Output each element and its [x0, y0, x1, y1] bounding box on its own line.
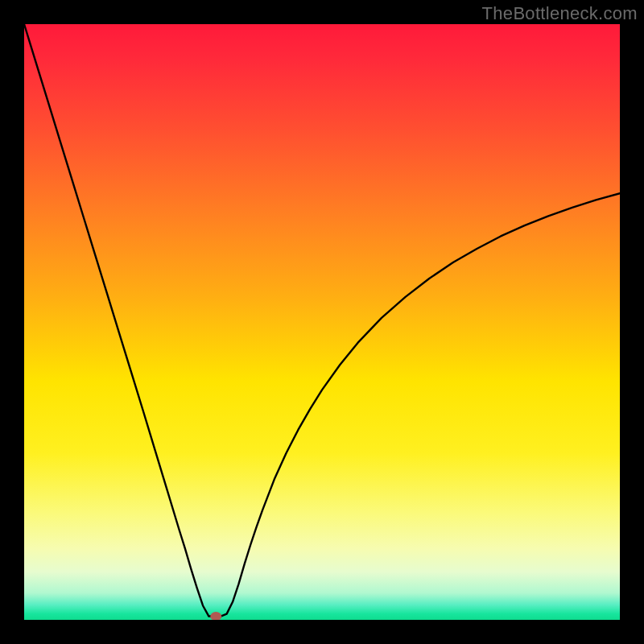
bottleneck-curve [24, 24, 620, 617]
watermark-text: TheBottleneck.com [482, 3, 638, 24]
chart-frame: TheBottleneck.com [0, 0, 644, 644]
optimal-point-marker [210, 612, 221, 620]
chart-svg [24, 24, 620, 620]
plot-area [24, 24, 620, 620]
